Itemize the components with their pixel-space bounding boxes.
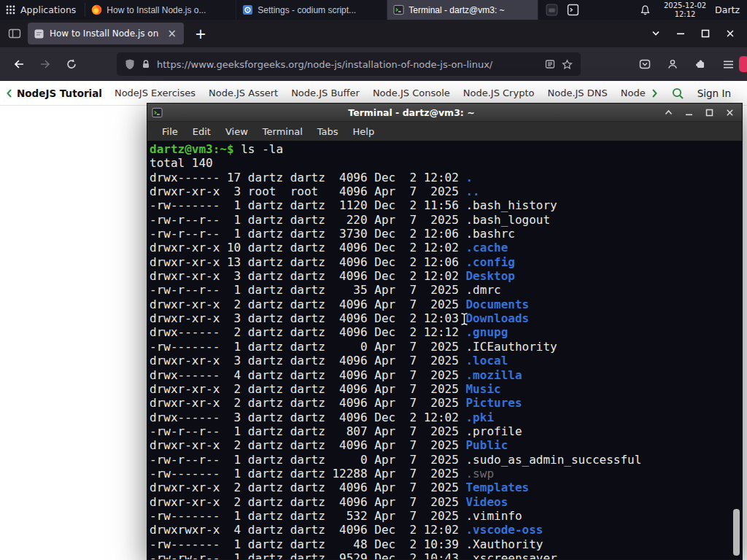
taskbar-button-label: How to Install Node.js o... — [107, 5, 206, 15]
nav-scroll-left-icon[interactable] — [6, 88, 12, 98]
bookmark-star-icon[interactable] — [562, 59, 573, 70]
ls-row-meta: -rw------- 1 dartz dartz 12288 Apr 7 202… — [150, 467, 465, 481]
terminal-close-button[interactable] — [721, 105, 738, 120]
menu-help[interactable]: Help — [346, 126, 382, 137]
ls-row-meta: drwxr-xr-x 2 dartz dartz 4096 Apr 7 2025 — [150, 298, 465, 311]
shell-command: ls -la — [234, 142, 283, 156]
address-bar[interactable]: https://www.geeksforgeeks.org/node-js/in… — [117, 52, 581, 76]
pocket-icon — [639, 58, 651, 70]
window-minimize-button[interactable] — [668, 20, 693, 47]
ls-row-filename: .mozilla — [465, 368, 522, 382]
account-person-icon — [667, 58, 678, 70]
list-all-tabs-button[interactable] — [643, 20, 668, 47]
taskbar-button-browser[interactable]: How to Install Node.js o... — [85, 0, 236, 20]
taskbar-button-terminal[interactable]: Terminal - dartz@vm3: ~ — [387, 0, 538, 20]
window-close-button[interactable] — [718, 20, 743, 47]
ls-output-row: -rw------- 1 dartz dartz 1120 Dec 2 11:5… — [150, 198, 641, 212]
app-menu-button[interactable] — [716, 52, 740, 76]
toolbar-right-buttons — [633, 52, 740, 76]
taskbar-button-settings[interactable]: Settings - codium script... — [236, 0, 387, 20]
save-to-pocket-button[interactable] — [633, 52, 657, 76]
nav-scroll-right-icon[interactable] — [651, 88, 658, 98]
account-button[interactable] — [661, 52, 684, 76]
ls-row-meta: drwx------ 4 dartz dartz 4096 Apr 7 2025 — [150, 368, 465, 382]
ls-output-row: drwxrwxr-x 4 dartz dartz 4096 Dec 2 12:0… — [150, 523, 641, 537]
site-nav-link[interactable]: Node.JS Assert — [209, 88, 278, 98]
reload-button[interactable] — [60, 52, 83, 76]
forward-button[interactable] — [34, 52, 57, 76]
back-arrow-icon — [12, 58, 26, 70]
terminal-minimize-button[interactable] — [681, 105, 697, 120]
firefox-view-button[interactable] — [4, 23, 25, 44]
ls-output-row: -rw------- 1 dartz dartz 0 Apr 7 2025 .I… — [150, 340, 641, 354]
site-nav-link[interactable]: Node.JS Buffer — [291, 88, 360, 98]
ls-row-meta: drwx------ 3 dartz dartz 4096 Dec 2 12:0… — [150, 411, 465, 424]
mouse-text-cursor — [460, 312, 469, 329]
terminal-titlebar[interactable]: Terminal - dartz@vm3: ~ — [147, 104, 742, 122]
site-subnav: NodeJS Tutorial NodeJS Exercises Node.JS… — [0, 81, 747, 106]
back-button[interactable] — [7, 52, 31, 76]
ls-output-row: -rw-r--r-- 1 dartz dartz 0 Apr 7 2025 .s… — [150, 453, 641, 467]
menu-tabs[interactable]: Tabs — [310, 126, 346, 137]
tab-close-button[interactable]: × — [166, 28, 177, 39]
new-tab-button[interactable]: + — [190, 23, 212, 44]
site-nav-link[interactable]: Node.JS DNS — [547, 88, 607, 98]
site-nav-link[interactable]: Node.JS Console — [373, 88, 450, 98]
terminal-body[interactable]: dartz@vm3:~$ ls -la total 140 drwx------… — [147, 141, 742, 559]
ls-row-meta: drwxr-xr-x 2 dartz dartz 4096 Apr 7 2025 — [150, 481, 465, 494]
terminal-window-title: Terminal - dartz@vm3: ~ — [167, 107, 656, 118]
reload-icon — [66, 58, 77, 70]
ls-row-filename: .. — [465, 184, 479, 198]
ls-output-row: drwx------ 2 dartz dartz 4096 Dec 2 12:1… — [150, 325, 641, 339]
site-nav-link[interactable]: Node.JS Crypto — [463, 88, 535, 98]
panel-clock[interactable]: 2025-12-02 12:12 — [658, 0, 712, 20]
ls-row-meta: -rw------- 1 dartz dartz 1120 Dec 2 11:5… — [150, 198, 465, 212]
menu-edit[interactable]: Edit — [185, 126, 218, 137]
site-nav-brand[interactable]: NodeJS Tutorial — [17, 88, 102, 99]
window-maximize-button[interactable] — [693, 20, 718, 47]
browser-tab[interactable]: How to Install Node.js on × — [28, 23, 184, 44]
ls-row-meta: drwxr-xr-x 2 dartz dartz 4096 Apr 7 2025 — [150, 396, 465, 410]
close-icon — [726, 29, 735, 38]
ls-output-row: drwx------ 3 dartz dartz 4096 Dec 2 12:0… — [150, 411, 641, 424]
hamburger-menu-icon — [723, 60, 734, 69]
site-nav-actions: Sign In — [649, 87, 741, 100]
reader-mode-icon[interactable] — [545, 59, 555, 69]
site-nav-link[interactable]: Node — [621, 88, 646, 98]
ls-row-filename: .swp — [465, 467, 494, 481]
lock-icon[interactable] — [142, 59, 150, 69]
ls-row-meta: -rw-r--r-- 1 dartz dartz 3730 Dec 2 12:0… — [150, 227, 465, 241]
ls-output-row: drwx------ 17 dartz dartz 4096 Dec 2 12:… — [150, 171, 641, 184]
tray-terminal-icon[interactable] — [567, 4, 579, 16]
menu-file[interactable]: File — [155, 126, 185, 137]
ls-row-filename: .gnupg — [465, 325, 508, 339]
firefox-view-icon — [8, 28, 21, 39]
ls-row-filename: .bash_logout — [465, 213, 550, 227]
tracking-shield-icon[interactable] — [125, 58, 135, 70]
ls-row-filename: .Xauthority — [465, 537, 543, 551]
extensions-button[interactable] — [689, 52, 712, 76]
ls-row-meta: -rw-r--r-- 1 dartz dartz 807 Apr 7 2025 — [150, 424, 465, 438]
terminal-rollup-button[interactable] — [660, 105, 676, 120]
url-text[interactable]: https://www.geeksforgeeks.org/node-js/in… — [157, 59, 538, 70]
menu-terminal[interactable]: Terminal — [255, 126, 310, 137]
search-icon[interactable] — [671, 87, 684, 100]
terminal-maximize-button[interactable] — [701, 105, 717, 120]
notifications-button[interactable] — [632, 0, 658, 20]
ls-row-meta: drwxr-xr-x 3 root root 4096 Apr 7 2025 — [150, 184, 465, 198]
ls-output-row: drwxr-xr-x 2 dartz dartz 4096 Apr 7 2025… — [150, 396, 641, 410]
ls-row-meta: drwx------ 17 dartz dartz 4096 Dec 2 12:… — [150, 171, 465, 184]
settings-icon — [242, 4, 253, 15]
ls-row-meta: drwxrwxr-x 4 dartz dartz 4096 Dec 2 12:0… — [150, 523, 465, 537]
ls-row-filename: .ICEauthority — [465, 340, 557, 354]
tray-app-icon[interactable] — [546, 4, 558, 16]
user-menu[interactable]: Dartz — [712, 0, 747, 20]
sign-in-button[interactable]: Sign In — [697, 88, 731, 99]
chevron-down-icon — [651, 31, 660, 36]
site-nav-link[interactable]: NodeJS Exercises — [115, 88, 196, 98]
menu-view[interactable]: View — [218, 126, 255, 137]
ls-row-meta: -rw------- 1 dartz dartz 532 Apr 7 2025 — [150, 509, 465, 523]
terminal-scrollbar-thumb[interactable] — [733, 509, 740, 556]
applications-menu-button[interactable]: Applications — [0, 0, 85, 20]
maximize-icon — [705, 109, 713, 117]
